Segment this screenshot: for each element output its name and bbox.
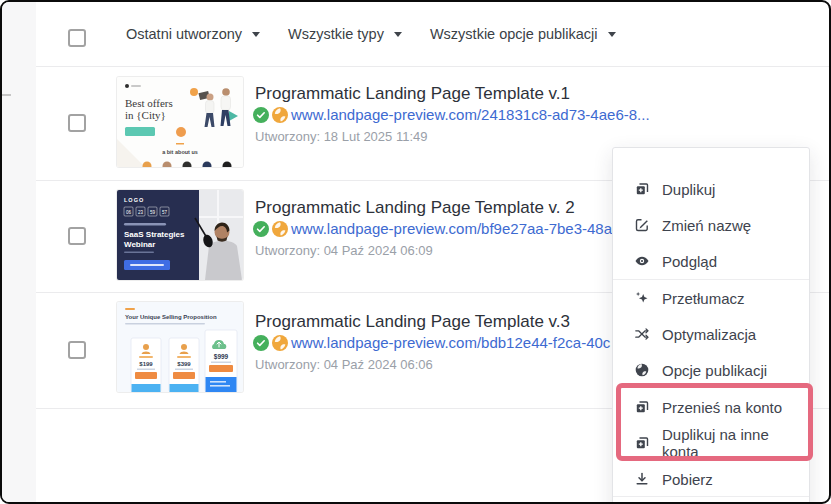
globe-icon bbox=[634, 362, 650, 378]
menu-divider bbox=[613, 496, 809, 497]
landing-page-url-link[interactable]: www.landpage-preview.com/241831c8-ad73-4… bbox=[291, 106, 650, 123]
url-line: www.landpage-preview.com/241831c8-ad73-4… bbox=[253, 106, 650, 123]
download-icon bbox=[634, 471, 650, 487]
menu-item-label: Opcje publikacji bbox=[662, 362, 767, 379]
menu-item-label: Podgląd bbox=[662, 253, 717, 270]
row-checkbox[interactable] bbox=[68, 227, 86, 245]
menu-item-preview[interactable]: Podgląd bbox=[613, 243, 809, 279]
sort-filter-dropdown[interactable]: Ostatni utworzony bbox=[126, 26, 260, 42]
globe-status-icon bbox=[272, 107, 288, 123]
menu-item-label: Przenieś na konto bbox=[662, 399, 782, 416]
landing-page-title[interactable]: Programmatic Landing Page Template v.3 bbox=[255, 312, 570, 332]
left-gutter-panel bbox=[2, 2, 36, 502]
menu-item-label: Pobierz bbox=[662, 471, 713, 488]
row-actions-context-menu: Duplikuj Zmień nazwę Podgląd Przetłumacz bbox=[612, 147, 810, 504]
menu-item-label: Optymalizacja bbox=[662, 326, 756, 343]
thumb3-heading: Your Unique Selling Proposition bbox=[125, 314, 217, 320]
menu-item-optimization[interactable]: Optymalizacja bbox=[613, 316, 809, 352]
landing-page-title[interactable]: Programmatic Landing Page Template v. 2 bbox=[255, 198, 575, 218]
thumb3-price-2: $399 bbox=[177, 361, 191, 367]
menu-item-move-to-account[interactable]: Przenieś na konto bbox=[613, 389, 809, 425]
filter-bar: Ostatni utworzony Wszystkie typy Wszystk… bbox=[126, 2, 616, 66]
globe-status-icon bbox=[272, 335, 288, 351]
thumb2-title-line1: SaaS Strategies bbox=[124, 230, 185, 239]
thumb3-price-1: $199 bbox=[139, 361, 153, 367]
menu-item-label: Przetłumacz bbox=[662, 290, 745, 307]
duplicate-plus-icon bbox=[634, 181, 650, 197]
duplicate-plus-icon bbox=[634, 399, 650, 415]
landing-page-url-link[interactable]: www.landpage-preview.com/bf9e27aa-7be3-4… bbox=[291, 220, 612, 237]
select-all-checkbox[interactable] bbox=[68, 29, 86, 47]
header-divider bbox=[36, 66, 829, 67]
created-date: Utworzony: 18 Lut 2025 11:49 bbox=[255, 129, 428, 144]
menu-item-publication-options[interactable]: Opcje publikacji bbox=[613, 352, 809, 388]
landing-page-thumbnail[interactable]: Your Unique Selling Proposition $199 $39… bbox=[117, 302, 243, 392]
published-check-icon bbox=[253, 107, 269, 123]
thumb2-countdown-hours: 23 bbox=[138, 210, 144, 215]
thumb2-countdown-days: 06 bbox=[126, 210, 132, 215]
menu-item-download[interactable]: Pobierz bbox=[613, 461, 809, 497]
landing-pages-list-view: Ostatni utworzony Wszystkie typy Wszystk… bbox=[0, 0, 831, 504]
published-check-icon bbox=[253, 221, 269, 237]
publication-filter-label: Wszystkie opcje publikacji bbox=[430, 26, 598, 42]
landing-page-title[interactable]: Programmatic Landing Page Template v.1 bbox=[255, 84, 570, 104]
landing-page-thumbnail[interactable]: LOGO 06 23 59 57 SaaS Strategies Webinar bbox=[117, 190, 243, 280]
thumb2-countdown-seconds: 57 bbox=[162, 210, 168, 215]
menu-item-label: Duplikuj bbox=[662, 181, 715, 198]
menu-item-rename[interactable]: Zmień nazwę bbox=[613, 207, 809, 243]
published-check-icon bbox=[253, 335, 269, 351]
created-date: Utworzony: 04 Paź 2024 06:06 bbox=[255, 357, 433, 372]
thumb2-countdown-minutes: 59 bbox=[150, 210, 156, 215]
url-line: www.landpage-preview.com/bdb12e44-f2ca-4… bbox=[253, 334, 610, 351]
type-filter-dropdown[interactable]: Wszystkie typy bbox=[288, 26, 402, 42]
chevron-down-icon bbox=[394, 32, 402, 37]
menu-item-duplicate[interactable]: Duplikuj bbox=[613, 171, 809, 207]
menu-item-label: Duplikuj na inne konta bbox=[662, 426, 809, 460]
menu-item-duplicate-to-other-accounts[interactable]: Duplikuj na inne konta bbox=[613, 425, 809, 461]
created-date: Utworzony: 04 Paź 2024 06:09 bbox=[255, 243, 433, 258]
row-checkbox[interactable] bbox=[68, 341, 86, 359]
sidebar-collapse-handle bbox=[2, 94, 11, 96]
row-checkbox[interactable] bbox=[68, 114, 86, 132]
landing-page-url-link[interactable]: www.landpage-preview.com/bdb12e44-f2ca-4… bbox=[291, 334, 610, 351]
thumb2-logo: LOGO bbox=[124, 197, 144, 203]
eye-icon bbox=[634, 253, 650, 269]
globe-status-icon bbox=[272, 221, 288, 237]
sort-filter-label: Ostatni utworzony bbox=[126, 26, 242, 42]
thumb3-price-3: $999 bbox=[214, 353, 229, 361]
type-filter-label: Wszystkie typy bbox=[288, 26, 384, 42]
chevron-down-icon bbox=[608, 32, 616, 37]
menu-item-label: Zmień nazwę bbox=[662, 217, 751, 234]
thumb1-section-title: a bit about us bbox=[162, 149, 198, 155]
shuffle-icon bbox=[634, 326, 650, 342]
landing-page-thumbnail[interactable]: Best offers in {City} a bit about us bbox=[117, 77, 243, 167]
chevron-down-icon bbox=[252, 32, 260, 37]
duplicate-plus-icon bbox=[634, 435, 650, 451]
publication-filter-dropdown[interactable]: Wszystkie opcje publikacji bbox=[430, 26, 616, 42]
thumb1-heading-line1: Best offers bbox=[125, 97, 173, 109]
menu-item-translate[interactable]: Przetłumacz bbox=[613, 280, 809, 316]
rename-icon bbox=[634, 217, 650, 233]
sparkles-icon bbox=[634, 290, 650, 306]
thumb1-heading-line2: in {City} bbox=[125, 109, 166, 121]
thumb2-title-line2: Webinar bbox=[124, 240, 155, 249]
url-line: www.landpage-preview.com/bf9e27aa-7be3-4… bbox=[253, 220, 612, 237]
